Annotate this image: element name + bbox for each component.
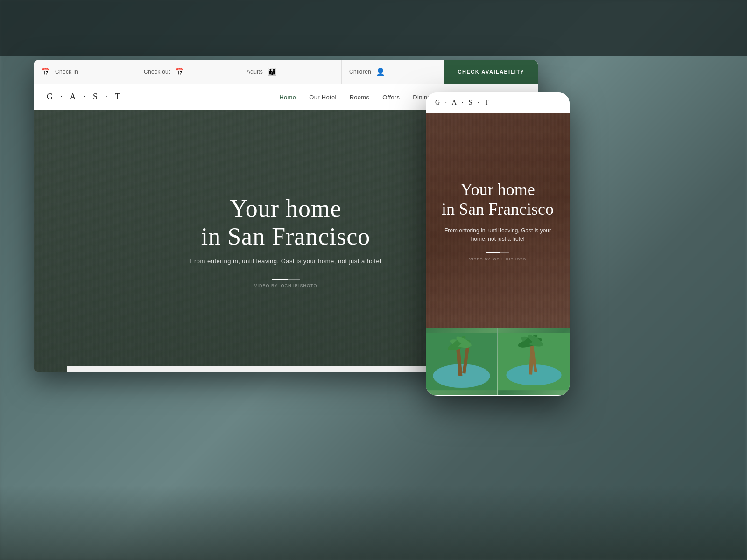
mobile-progress-indicator [486, 252, 509, 253]
calendar-icon-2: 📅 [175, 67, 184, 76]
booking-bar: 📅 Check in Check out 📅 Adults 👪 Children… [34, 60, 538, 84]
mobile-header: G · A · S · T [426, 92, 570, 113]
calendar-icon: 📅 [41, 67, 50, 76]
mobile-video-credit: VIDEO BY: OCH IRISHOTO [437, 257, 558, 261]
mobile-hero-subtitle: From entering in, until leaving, Gast is… [437, 226, 558, 243]
brand-logo: G · A · S · T [47, 92, 123, 102]
nav-link-hotel[interactable]: Our Hotel [309, 94, 336, 101]
hero-progress-bar [272, 279, 288, 280]
nav-link-home[interactable]: Home [279, 94, 296, 101]
mobile-hero-section: Your home in San Francisco From entering… [426, 113, 570, 328]
nav-link-offers[interactable]: Offers [382, 94, 400, 101]
mobile-thumbnails [426, 328, 570, 395]
nav-item-home[interactable]: Home [279, 93, 296, 101]
check-out-label: Check out [144, 69, 170, 75]
mobile-hero-title: Your home in San Francisco [437, 180, 558, 219]
children-label: Children [349, 69, 371, 75]
children-field[interactable]: Children 👤 [342, 60, 444, 84]
mobile-mockup: G · A · S · T Your home in San Francisco… [426, 92, 570, 396]
hero-progress-indicator [272, 279, 300, 280]
check-out-field[interactable]: Check out 📅 [136, 60, 239, 84]
check-availability-button[interactable]: CHECK AVAILABILITY [444, 60, 538, 84]
nav-link-rooms[interactable]: Rooms [350, 94, 370, 101]
palm-tree-svg-2 [498, 328, 570, 395]
mobile-brand-logo: G · A · S · T [435, 99, 490, 106]
adults-label: Adults [247, 69, 263, 75]
check-in-field[interactable]: 📅 Check in [34, 60, 136, 84]
nav-item-hotel[interactable]: Our Hotel [309, 93, 336, 101]
hero-video-credit: VIDEO BY: OCH IRISHOTO [190, 283, 381, 288]
hero-subtitle: From entering in, until leaving, Gast is… [190, 258, 381, 265]
mobile-hero-content: Your home in San Francisco From entering… [426, 180, 570, 261]
palm-tree-svg-1 [426, 328, 497, 395]
mobile-thumb-1 [426, 328, 497, 395]
nav-item-rooms[interactable]: Rooms [350, 93, 370, 101]
mobile-thumb-2 [497, 328, 570, 395]
adults-icon: 👪 [268, 67, 277, 76]
top-dark-bar [0, 0, 747, 56]
nav-item-offers[interactable]: Offers [382, 93, 400, 101]
adults-field[interactable]: Adults 👪 [239, 60, 342, 84]
mobile-progress-bar [486, 252, 500, 253]
bottom-hint [0, 485, 747, 560]
children-icon: 👤 [376, 67, 385, 76]
check-in-label: Check in [55, 69, 78, 75]
hero-content: Your home in San Francisco From entering… [190, 195, 381, 288]
hero-title: Your home in San Francisco [190, 195, 381, 251]
